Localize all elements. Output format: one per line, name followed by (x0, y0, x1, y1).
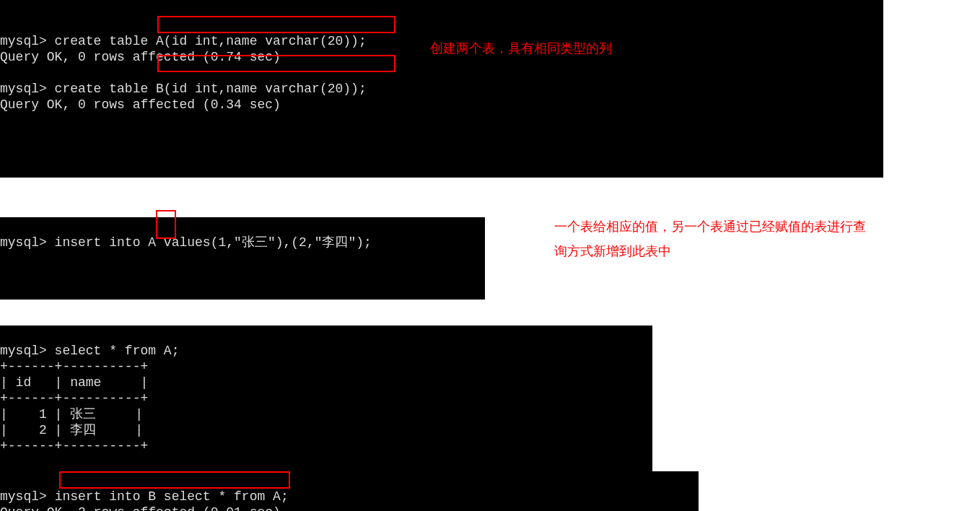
sql-insert-post: values(1,"张三"),(2,"李四"); (156, 235, 387, 250)
terminal-block-create-tables: mysql> create table A(id int,name varcha… (0, 0, 883, 178)
table-header: | id | name | (0, 375, 148, 390)
mysql-prompt: mysql> (0, 82, 47, 96)
annotation-create: 创建两个表，具有相同类型的列 (430, 36, 612, 61)
terminal-output: mysql> select * from A; +------+--------… (0, 343, 652, 454)
table-row: | 1 | 张三 | (0, 407, 143, 422)
sql-result: Query OK, 0 rows affected (0.34 sec) (0, 97, 281, 112)
mysql-prompt: mysql> (0, 344, 47, 358)
row-insert-a: mysql> insert into A values(1,"张三"),(2,"… (0, 217, 980, 300)
sql-insert-b: insert into B select * from A; (55, 489, 289, 504)
sql-create-b-hl: B(id int,name varchar(20)); (156, 82, 367, 96)
mysql-prompt: mysql> (0, 489, 47, 504)
table-row: | 2 | 李四 | (0, 423, 143, 437)
sql-insert-pre: insert into (47, 235, 148, 250)
sql-result: Query OK, 0 rows affected (0.74 sec) (0, 50, 281, 64)
spacer (0, 178, 980, 217)
sql-insert-hl: A (148, 235, 156, 250)
terminal-output: mysql> insert into A values(1,"张三"),(2,"… (0, 235, 485, 250)
terminal-output: mysql> create table A(id int,name varcha… (0, 17, 883, 113)
sql-result: Query OK, 2 rows affected (0.01 sec) (0, 505, 281, 511)
terminal-block-select-a: mysql> select * from A; +------+--------… (0, 326, 652, 471)
mysql-prompt: mysql> (0, 235, 47, 250)
table-divider: +------+----------+ (0, 391, 148, 406)
spacer (0, 300, 980, 326)
highlight-insert-b (59, 471, 290, 489)
sql-create-a-hl: A(id int,name varchar(20)); (156, 34, 367, 48)
sql-create-b-pre: create table (47, 82, 156, 96)
line-fragment (0, 18, 507, 32)
table-divider: +------+----------+ (0, 359, 148, 374)
annotation-insert: 一个表给相应的值，另一个表通过已经赋值的表进行查询方式新增到此表中 (554, 214, 872, 263)
sql-select-a: select * from A; (47, 344, 180, 358)
terminal-output: mysql> insert into B select * from A; Qu… (0, 489, 699, 511)
terminal-block-insert-select-b: mysql> insert into B select * from A; Qu… (0, 471, 699, 511)
terminal-block-insert-a: mysql> insert into A values(1,"张三"),(2,"… (0, 217, 485, 300)
sql-create-a-pre: create table (47, 34, 156, 48)
table-divider: +------+----------+ (0, 439, 148, 453)
mysql-prompt: mysql> (0, 34, 47, 48)
